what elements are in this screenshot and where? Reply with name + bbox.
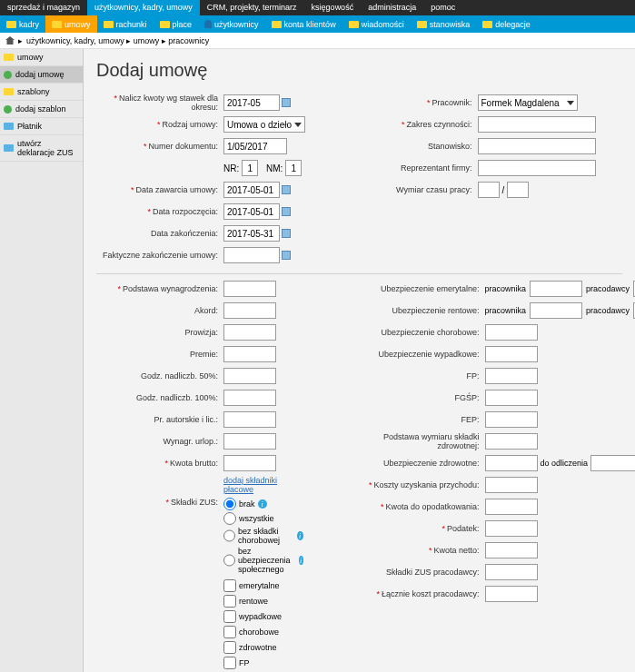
- page-title: Dodaj umowę: [96, 60, 622, 81]
- zus-radio[interactable]: [223, 529, 235, 542]
- fgsp-input[interactable]: [485, 390, 538, 406]
- pracownik-select[interactable]: Formek Magdalena: [478, 94, 578, 111]
- fp-input[interactable]: [485, 368, 538, 384]
- subnav-tab[interactable]: stanowiska: [411, 15, 477, 33]
- info-icon[interactable]: i: [299, 556, 303, 565]
- zakres-input[interactable]: [478, 116, 596, 133]
- sidebar-item[interactable]: szablony: [0, 84, 83, 101]
- g50-input[interactable]: [223, 368, 276, 384]
- topnav-item[interactable]: sprzedaż i magazyn: [0, 0, 87, 15]
- opodat-input[interactable]: [485, 499, 538, 515]
- kup-res-input[interactable]: [485, 477, 538, 493]
- zus-prac-input[interactable]: [485, 564, 538, 580]
- zus-radio[interactable]: [223, 554, 235, 567]
- subnav-tab[interactable]: kadry: [0, 15, 45, 33]
- rozp-input[interactable]: [223, 203, 280, 220]
- stanowisko-label: Stanowisko:: [378, 142, 478, 151]
- zus-checkbox[interactable]: [223, 626, 236, 638]
- subnav-tab[interactable]: konta klientów: [265, 15, 342, 33]
- main-panel: Dodaj umowę Nalicz kwoty wg stawek dla o…: [84, 49, 635, 672]
- zus-checkbox[interactable]: [223, 657, 236, 669]
- wymiar-a-input[interactable]: [478, 182, 500, 198]
- podstawa-input[interactable]: [223, 281, 276, 297]
- emer-pracownika-input[interactable]: [530, 281, 582, 297]
- nm-input[interactable]: [285, 160, 302, 176]
- numer-input[interactable]: [223, 138, 287, 154]
- topnav-item[interactable]: księgowość: [304, 0, 362, 15]
- add-components-link[interactable]: dodaj składniki płacowe: [223, 476, 303, 494]
- subnav-tab[interactable]: wiadomości: [342, 15, 411, 33]
- stanowisko-input[interactable]: [478, 138, 596, 154]
- subnav-tab[interactable]: użytkownicy: [198, 15, 265, 33]
- sidebar-item[interactable]: Płatnik: [0, 118, 83, 135]
- premie-input[interactable]: [223, 346, 276, 362]
- zus-checkbox[interactable]: [223, 641, 236, 654]
- wymiar-label: Wymiar czasu pracy:: [378, 185, 478, 194]
- topnav-item[interactable]: CRM, projekty, terminarz: [200, 0, 304, 15]
- nr-input[interactable]: [242, 160, 258, 176]
- calendar-icon[interactable]: [282, 251, 291, 260]
- sidebar-item-label: szablony: [17, 87, 50, 96]
- zus-checkbox[interactable]: [223, 579, 236, 592]
- netto-input[interactable]: [485, 542, 538, 558]
- okres-input[interactable]: [223, 94, 280, 111]
- folder-icon: [6, 21, 16, 28]
- folder-icon: [4, 54, 14, 61]
- rent-pracownika-input[interactable]: [530, 302, 582, 319]
- folder-icon: [204, 20, 212, 28]
- subnav-tab[interactable]: umowy: [45, 15, 97, 33]
- zak-label: Data zakończenia:: [96, 229, 223, 238]
- zak-input[interactable]: [223, 225, 280, 242]
- zus-radio[interactable]: [223, 512, 236, 525]
- folder-icon: [272, 21, 282, 28]
- akord-input[interactable]: [223, 302, 276, 319]
- wynurlop-input[interactable]: [223, 433, 276, 450]
- reprezentant-input[interactable]: [478, 160, 596, 176]
- brutto-input[interactable]: [223, 455, 276, 471]
- wyp-input[interactable]: [485, 346, 538, 362]
- pwsz-input[interactable]: [485, 433, 538, 450]
- calendar-icon[interactable]: [282, 98, 291, 107]
- folder-icon: [104, 21, 114, 28]
- okres-label: Nalicz kwoty wg stawek dla okresu:: [96, 94, 223, 112]
- subnav-tab[interactable]: delegacje: [476, 15, 537, 33]
- zus-checkbox[interactable]: [223, 595, 236, 608]
- rodzaj-select[interactable]: Umowa o dzieło: [223, 116, 305, 133]
- fakt-input[interactable]: [223, 247, 280, 263]
- sidebar-item[interactable]: dodaj szablon: [0, 101, 83, 118]
- sidebar-item[interactable]: utwórz deklaracje ZUS: [0, 135, 83, 162]
- zawarcia-input[interactable]: [223, 182, 280, 198]
- sidebar-item[interactable]: dodaj umowę: [0, 66, 83, 84]
- zus-radio[interactable]: [223, 498, 236, 510]
- folder-icon: [4, 88, 14, 95]
- laczny-input[interactable]: [485, 586, 538, 602]
- rodzaj-label: Rodzaj umowy:: [96, 120, 223, 129]
- calendar-icon[interactable]: [282, 185, 291, 194]
- pracownik-label: Pracownik:: [378, 98, 478, 107]
- sidebar-item-label: utwórz deklaracje ZUS: [17, 139, 79, 157]
- info-icon[interactable]: i: [258, 499, 267, 509]
- subnav-tab[interactable]: płace: [154, 15, 199, 33]
- sidebar-item-label: dodaj umowę: [15, 70, 64, 79]
- chevron-down-icon: [567, 101, 574, 105]
- info-icon[interactable]: i: [297, 531, 303, 540]
- top-nav: sprzedaż i magazynużytkownicy, kadry, um…: [0, 0, 635, 15]
- g100-input[interactable]: [223, 390, 276, 406]
- uz-odlicz-input[interactable]: [590, 455, 635, 471]
- prawa-input[interactable]: [223, 411, 276, 428]
- wymiar-b-input[interactable]: [507, 182, 529, 198]
- prowizja-input[interactable]: [223, 324, 276, 341]
- zus-checkbox[interactable]: [223, 610, 236, 623]
- calendar-icon[interactable]: [282, 229, 291, 238]
- chor-input[interactable]: [485, 324, 538, 341]
- podatek-input[interactable]: [485, 520, 538, 537]
- sidebar-item[interactable]: umowy: [0, 49, 83, 66]
- fep-input[interactable]: [485, 411, 538, 428]
- uz-input[interactable]: [485, 455, 538, 471]
- calendar-icon[interactable]: [282, 207, 291, 216]
- topnav-item[interactable]: użytkownicy, kadry, umowy: [87, 0, 200, 15]
- home-icon[interactable]: [5, 36, 15, 44]
- topnav-item[interactable]: administracja: [361, 0, 423, 15]
- subnav-tab[interactable]: rachunki: [97, 15, 154, 33]
- topnav-item[interactable]: pomoc: [423, 0, 462, 15]
